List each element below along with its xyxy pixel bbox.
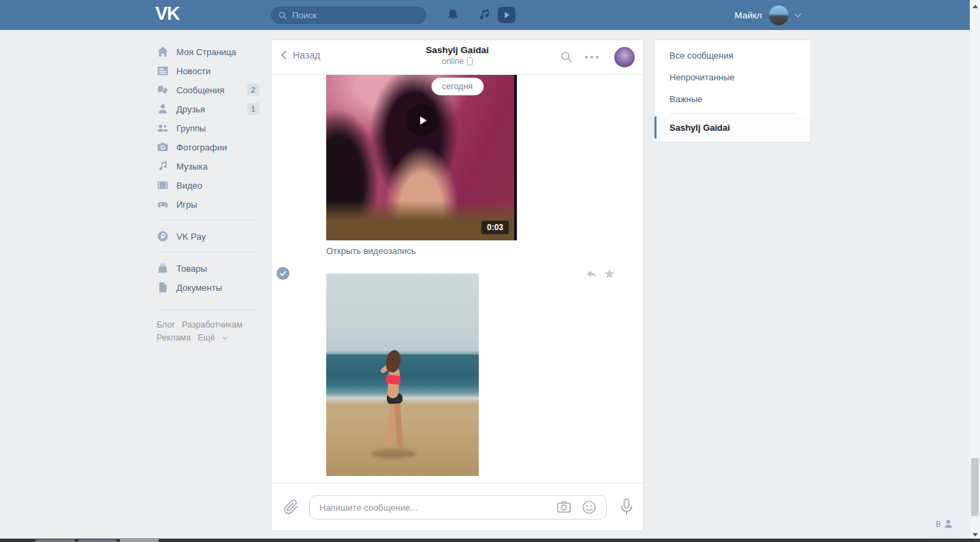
left-sidebar: Моя Страница Новости Сообщения 2 Друзья … — [157, 42, 263, 316]
chat-panel: Назад Sashylj Gaidai online сегодня 0:03… — [271, 39, 644, 531]
video-icon — [157, 179, 169, 191]
sidebar-item-photos[interactable]: Фотографии — [157, 138, 263, 157]
vkpay-icon — [157, 230, 169, 242]
camera-icon[interactable] — [556, 499, 572, 515]
panel-divider — [669, 113, 795, 114]
sidebar-divider — [157, 252, 260, 253]
groups-icon — [157, 122, 169, 134]
chat-search-icon[interactable] — [560, 50, 573, 64]
sidebar-divider — [157, 220, 260, 221]
sidebar-divider — [157, 309, 260, 310]
play-icon — [502, 10, 511, 20]
docs-icon — [157, 281, 169, 293]
music-note-icon[interactable] — [477, 8, 491, 22]
attach-paperclip-icon[interactable] — [283, 499, 299, 515]
dialog-title[interactable]: Sashylj Gaidai — [272, 45, 643, 55]
user-avatar — [769, 5, 789, 25]
friends-online-count: 8 — [936, 519, 941, 529]
vk-logo[interactable]: VK — [155, 3, 180, 25]
search-input[interactable] — [292, 10, 419, 20]
topbar: VK Майкл — [0, 0, 970, 30]
friends-online-widget[interactable]: 8 — [927, 510, 962, 538]
sidebar-item-docs[interactable]: Документы — [157, 278, 263, 297]
microphone-icon[interactable] — [619, 498, 634, 517]
sidebar-item-messages[interactable]: Сообщения 2 — [157, 80, 263, 99]
mobile-phone-icon — [467, 57, 473, 65]
filter-all-messages[interactable]: Все сообщения — [654, 45, 810, 67]
filter-important[interactable]: Важные — [654, 89, 810, 110]
topbar-search[interactable] — [271, 7, 426, 24]
sidebar-item-my-page[interactable]: Моя Страница — [157, 42, 263, 61]
scroll-down-arrow-icon[interactable] — [973, 533, 978, 537]
play-button-icon[interactable] — [406, 104, 438, 136]
friends-icon — [157, 103, 169, 115]
photo-attachment[interactable] — [326, 274, 479, 476]
chat-header: Назад Sashylj Gaidai online — [272, 40, 643, 75]
sidebar-item-market[interactable]: Товары — [157, 259, 263, 278]
games-icon — [157, 198, 169, 210]
messages-icon — [157, 84, 169, 96]
footer-link-more[interactable]: Ещё — [197, 333, 215, 342]
video-duration-badge: 0:03 — [481, 221, 509, 234]
page-scrollbar[interactable] — [970, 0, 980, 542]
sidebar-item-music[interactable]: Музыка — [157, 157, 263, 176]
sidebar-item-friends[interactable]: Друзья 1 — [157, 99, 263, 118]
reply-icon[interactable] — [585, 268, 597, 279]
video-attachment[interactable]: 0:03 — [326, 75, 517, 240]
messages-list: сегодня 0:03 Открыть видеозапись — [272, 75, 643, 484]
topbar-user-menu[interactable]: Майкл — [735, 0, 800, 30]
scroll-up-arrow-icon[interactable] — [973, 5, 978, 8]
news-icon — [157, 65, 169, 77]
sidebar-item-news[interactable]: Новости — [157, 61, 263, 80]
message-composer — [272, 483, 643, 530]
active-dialog-item[interactable]: Sashylj Gaidai — [654, 116, 810, 139]
user-name: Майкл — [735, 10, 762, 20]
chevron-down-icon — [795, 10, 802, 17]
taskbar-button[interactable] — [78, 539, 116, 542]
person-icon — [943, 519, 953, 529]
sidebar-footer: БлогРазработчикам РекламаЕщё — [157, 319, 272, 345]
chevron-down-icon — [223, 335, 227, 340]
messages-count-badge: 2 — [247, 84, 259, 96]
sidebar-item-video[interactable]: Видео — [157, 176, 263, 195]
beach-figure — [375, 350, 416, 466]
taskbar-button[interactable] — [35, 539, 75, 542]
notifications-bell-icon[interactable] — [446, 8, 460, 22]
star-icon[interactable] — [604, 268, 615, 279]
sidebar-item-vkpay[interactable]: VK Pay — [157, 227, 263, 246]
taskbar-button[interactable] — [120, 539, 159, 542]
search-icon — [279, 11, 287, 20]
photos-icon — [157, 141, 169, 153]
open-video-link[interactable]: Открыть видеозапись — [326, 246, 416, 256]
market-bag-icon — [157, 262, 169, 274]
footer-link-blog[interactable]: Блог — [157, 320, 175, 330]
footer-link-developers[interactable]: Разработчикам — [182, 320, 242, 330]
dialogs-filter-panel: Все сообщения Непрочитанные Важные Sashy… — [654, 39, 811, 142]
emoji-smiley-icon[interactable] — [581, 499, 597, 515]
chat-more-options-icon[interactable] — [585, 56, 599, 59]
friends-count-badge: 1 — [247, 103, 259, 115]
os-taskbar — [0, 539, 980, 542]
filter-unread[interactable]: Непрочитанные — [654, 67, 810, 89]
message-actions — [585, 268, 615, 279]
video-stream-button[interactable] — [498, 7, 516, 23]
sidebar-item-games[interactable]: Игры — [157, 195, 263, 214]
message-selected-checkbox[interactable] — [276, 267, 289, 280]
scrollbar-thumb[interactable] — [971, 458, 979, 516]
sidebar-item-groups[interactable]: Группы — [157, 118, 263, 138]
home-icon — [157, 46, 169, 58]
dialog-avatar[interactable] — [614, 47, 635, 67]
date-badge: сегодня — [431, 78, 484, 95]
footer-link-ads[interactable]: Реклама — [157, 333, 191, 342]
music-icon — [157, 160, 169, 172]
